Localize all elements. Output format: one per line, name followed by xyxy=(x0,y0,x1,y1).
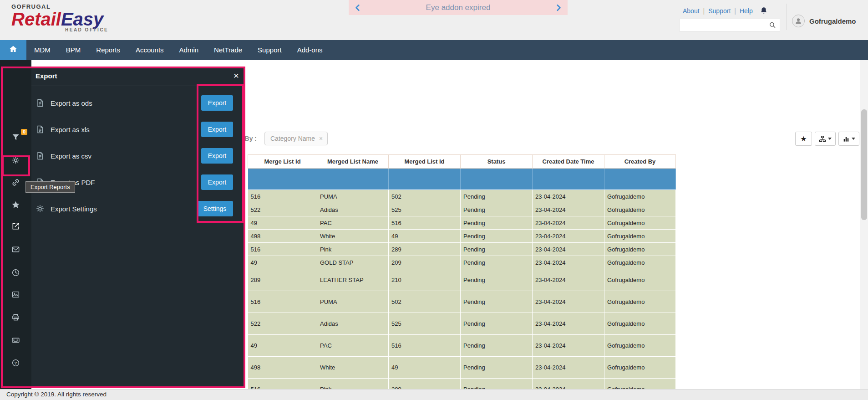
nav-item-reports[interactable]: Reports xyxy=(88,40,128,60)
table-cell: Pending xyxy=(461,190,533,203)
table-row[interactable]: 522Adidas525Pending23-04-2024Gofrugaldem… xyxy=(248,313,676,335)
main-nav: MDMBPMReportsAccountsAdminNetTradeSuppor… xyxy=(0,40,868,60)
export-button[interactable]: Export xyxy=(201,95,233,111)
column-header-created-by[interactable]: Created By xyxy=(604,155,676,169)
table-cell: PUMA xyxy=(317,190,389,203)
hierarchy-view-button[interactable] xyxy=(815,132,836,146)
column-filter-cell[interactable] xyxy=(533,169,604,190)
support-link[interactable]: Support xyxy=(708,7,731,15)
table-cell: Pending xyxy=(461,291,533,313)
chevron-right-icon[interactable] xyxy=(555,4,562,11)
table-row[interactable]: 498White49Pending23-04-2024Gofrugaldemo xyxy=(248,357,676,379)
table-row[interactable]: 49GOLD STAP209Pending23-04-2024Gofrugald… xyxy=(248,256,676,269)
column-header-status[interactable]: Status xyxy=(461,155,533,169)
link-separator: | xyxy=(703,7,705,15)
brand-sub-text: HEAD OFFICE xyxy=(65,27,108,32)
printer-icon xyxy=(11,313,20,322)
about-link[interactable]: About xyxy=(683,7,700,15)
table-cell: Gofrugaldemo xyxy=(604,291,676,313)
keyboard-icon xyxy=(11,336,20,344)
table-row[interactable]: 49PAC516Pending23-04-2024Gofrugaldemo xyxy=(248,216,676,230)
nav-item-accounts[interactable]: Accounts xyxy=(128,40,172,60)
table-cell: White xyxy=(317,357,389,379)
nav-item-nettrade[interactable]: NetTrade xyxy=(206,40,250,60)
export-button[interactable]: Export xyxy=(201,148,233,164)
column-filter-cell[interactable] xyxy=(317,169,389,190)
brand-main-text: RetailEasy xyxy=(11,10,108,29)
table-row[interactable]: 289LEATHER STAP210Pending23-04-2024Gofru… xyxy=(248,269,676,291)
favorite-button[interactable]: ★ xyxy=(795,132,812,146)
sidebar-item-export-reports[interactable] xyxy=(0,216,31,236)
home-tab[interactable] xyxy=(0,40,26,60)
sidebar-item-help[interactable]: ? xyxy=(0,353,31,373)
column-filter-cell[interactable] xyxy=(389,169,461,190)
column-filter-cell[interactable] xyxy=(248,169,317,190)
settings-button[interactable]: Settings xyxy=(197,201,233,216)
sidebar-item-history[interactable] xyxy=(0,262,31,282)
settings-icon xyxy=(11,156,20,164)
sidebar-item-filter[interactable]: 0 xyxy=(0,127,31,147)
export-item-export-as-xls: Export as xlsExport xyxy=(31,116,245,143)
star-icon xyxy=(11,200,20,209)
filter-chip-category-name[interactable]: Category Name × xyxy=(264,132,328,145)
chip-close-icon[interactable]: × xyxy=(319,135,323,142)
table-cell: 23-04-2024 xyxy=(533,203,604,216)
user-menu[interactable]: Gofrugaldemo xyxy=(792,15,856,27)
column-header-merge-list-id[interactable]: Merge List Id xyxy=(248,155,317,169)
table-cell: Adidas xyxy=(317,203,389,216)
column-filter-cell[interactable] xyxy=(461,169,533,190)
column-header-merged-list-name[interactable]: Merged List Name xyxy=(317,155,389,169)
vertical-scrollbar xyxy=(860,60,868,389)
table-row[interactable]: 498White49Pending23-04-2024Gofrugaldemo xyxy=(248,230,676,243)
table-cell: Gofrugaldemo xyxy=(604,243,676,256)
table-row[interactable]: 516PUMA502Pending23-04-2024Gofrugaldemo xyxy=(248,291,676,313)
table-cell: 502 xyxy=(389,291,461,313)
header-links: About | Support | Help xyxy=(683,6,768,15)
nav-item-mdm[interactable]: MDM xyxy=(26,40,58,60)
username: Gofrugaldemo xyxy=(809,17,856,25)
export-panel-header: Export × xyxy=(31,67,245,86)
table-row[interactable]: 522Adidas525Pending23-04-2024Gofrugaldem… xyxy=(248,203,676,216)
chart-view-button[interactable] xyxy=(838,132,859,146)
table-cell: 289 xyxy=(248,269,317,291)
column-header-merged-list-id[interactable]: Merged List Id xyxy=(389,155,461,169)
table-cell: Adidas xyxy=(317,313,389,335)
column-filter-cell[interactable] xyxy=(604,169,676,190)
table-cell: Pending xyxy=(461,335,533,357)
table-cell: White xyxy=(317,230,389,243)
nav-item-bpm[interactable]: BPM xyxy=(58,40,89,60)
export-button[interactable]: Export xyxy=(201,174,233,190)
sidebar-item-keyboard-shortcuts[interactable] xyxy=(0,330,31,350)
table-cell: 522 xyxy=(248,313,317,335)
chevron-left-icon[interactable] xyxy=(354,4,361,11)
scrollbar-thumb[interactable] xyxy=(861,109,867,220)
sidebar-item-report-view[interactable] xyxy=(0,284,31,304)
table-cell: 210 xyxy=(389,269,461,291)
table-row[interactable]: 516PUMA502Pending23-04-2024Gofrugaldemo xyxy=(248,190,676,203)
brand-easy: Easy xyxy=(61,9,103,29)
column-header-created-date-time[interactable]: Created Date Time xyxy=(533,155,604,169)
close-icon[interactable]: × xyxy=(233,67,239,85)
export-button[interactable]: Export xyxy=(201,122,233,137)
help-link[interactable]: Help xyxy=(740,7,753,15)
search-input[interactable] xyxy=(680,22,769,29)
table-row[interactable]: 516Pink289Pending23-04-2024Gofrugaldemo xyxy=(248,243,676,256)
table-cell: 49 xyxy=(389,357,461,379)
column-filter-row xyxy=(248,169,676,190)
search-icon[interactable] xyxy=(769,21,776,29)
table-cell: 516 xyxy=(389,335,461,357)
doc-icon xyxy=(36,125,45,134)
nav-item-admin[interactable]: Admin xyxy=(172,40,207,60)
sidebar-item-print[interactable] xyxy=(0,307,31,327)
sidebar-item-favorites[interactable] xyxy=(0,195,31,215)
nav-item-add-ons[interactable]: Add-ons xyxy=(289,40,330,60)
sidebar-item-mail[interactable] xyxy=(0,239,31,259)
nav-item-support[interactable]: Support xyxy=(250,40,289,60)
table-cell: Pending xyxy=(461,313,533,335)
global-search xyxy=(679,19,780,31)
sidebar-item-settings[interactable] xyxy=(0,150,31,170)
bell-icon[interactable] xyxy=(759,6,768,15)
sidebar: 0? xyxy=(0,60,31,389)
table-row[interactable]: 49PAC516Pending23-04-2024Gofrugaldemo xyxy=(248,335,676,357)
link-separator: | xyxy=(734,7,736,15)
